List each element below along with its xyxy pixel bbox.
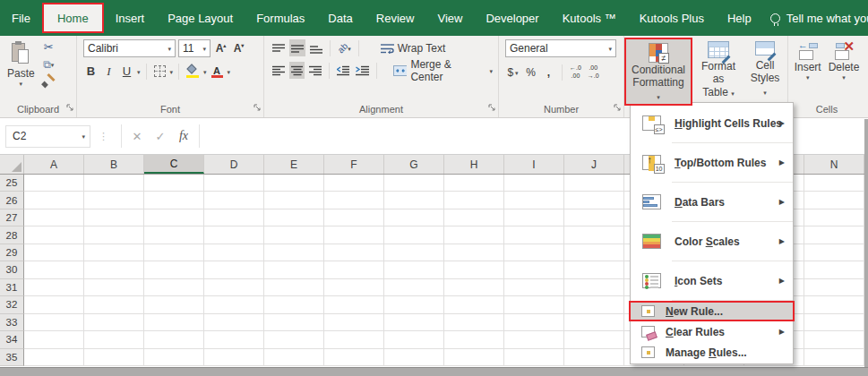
cell-A27[interactable]: [24, 209, 84, 226]
cell-E32[interactable]: [264, 296, 324, 313]
cell-I28[interactable]: [504, 226, 564, 244]
select-all-button[interactable]: [0, 155, 24, 174]
cell-A34[interactable]: [24, 331, 84, 348]
cell-G33[interactable]: [384, 314, 444, 331]
cell-E30[interactable]: [264, 261, 324, 278]
cell-N26[interactable]: [804, 192, 864, 209]
increase-decimal-button[interactable]: ←.0.00: [568, 64, 583, 79]
chevron-down-icon[interactable]: ▾: [203, 69, 207, 75]
comma-format-button[interactable]: ,: [541, 64, 556, 81]
column-header-N[interactable]: N: [804, 155, 864, 174]
cell-N27[interactable]: [804, 209, 864, 226]
row-header-33[interactable]: 33: [0, 314, 24, 331]
tab-help[interactable]: Help: [716, 0, 763, 36]
cell-B26[interactable]: [84, 192, 144, 209]
cell-A25[interactable]: [24, 175, 84, 192]
cell-B32[interactable]: [84, 296, 144, 313]
cell-C35[interactable]: [144, 349, 204, 366]
cell-G35[interactable]: [384, 349, 444, 366]
tab-review[interactable]: Review: [365, 0, 426, 36]
cell-A26[interactable]: [24, 192, 84, 209]
chevron-down-icon[interactable]: ▾: [137, 69, 141, 75]
menu-item-top-bottom-rules[interactable]: ↑10 Top/Bottom Rules ▶: [631, 143, 793, 182]
insert-cells-button[interactable]: ← Insert ▾: [791, 38, 825, 82]
cell-D33[interactable]: [204, 314, 264, 331]
row-header-34[interactable]: 34: [0, 331, 24, 348]
tab-data[interactable]: Data: [316, 0, 364, 36]
cell-B33[interactable]: [84, 314, 144, 331]
cell-B35[interactable]: [84, 349, 144, 366]
cell-C30[interactable]: [144, 261, 204, 278]
cell-D30[interactable]: [204, 261, 264, 278]
tab-formulas[interactable]: Formulas: [245, 0, 316, 36]
cell-G25[interactable]: [384, 175, 444, 192]
chevron-down-icon[interactable]: ▾: [170, 69, 174, 75]
cell-N34[interactable]: [804, 331, 864, 348]
font-name-combobox[interactable]: Calibri ▾: [83, 39, 176, 57]
cell-G26[interactable]: [384, 192, 444, 209]
cell-G27[interactable]: [384, 209, 444, 226]
decrease-font-size-button[interactable]: A▾: [231, 40, 246, 57]
column-header-C[interactable]: C: [144, 155, 204, 174]
column-header-A[interactable]: A: [24, 155, 84, 174]
row-header-30[interactable]: 30: [0, 261, 24, 278]
cell-E25[interactable]: [264, 175, 324, 192]
row-header-35[interactable]: 35: [0, 349, 24, 366]
column-header-I[interactable]: I: [504, 155, 564, 174]
cell-C29[interactable]: [144, 244, 204, 261]
cell-F33[interactable]: [324, 314, 384, 331]
cell-C34[interactable]: [144, 331, 204, 348]
currency-format-button[interactable]: $▾: [505, 64, 520, 81]
tell-me-box[interactable]: Tell me what you w: [763, 0, 868, 36]
chevron-down-icon[interactable]: ▾: [228, 69, 231, 75]
cell-D28[interactable]: [204, 226, 264, 244]
bottom-align-button[interactable]: [308, 39, 324, 56]
tab-developer[interactable]: Developer: [474, 0, 550, 36]
cell-E34[interactable]: [264, 331, 324, 348]
conditional-formatting-button[interactable]: ≠ Conditional Formatting ▾: [624, 38, 692, 106]
copy-button[interactable]: ⧉▾: [40, 56, 57, 73]
cell-I26[interactable]: [504, 192, 564, 209]
tab-insert[interactable]: Insert: [104, 0, 157, 36]
increase-font-size-button[interactable]: A▴: [213, 40, 228, 57]
cell-J29[interactable]: [564, 244, 624, 261]
menu-item-new-rule[interactable]: New Rule...: [629, 301, 795, 321]
orientation-button[interactable]: ab▾: [336, 39, 353, 56]
cell-J32[interactable]: [564, 296, 624, 313]
underline-button[interactable]: U: [119, 63, 134, 80]
format-as-table-button[interactable]: Format as Table ▾: [692, 38, 744, 106]
percent-format-button[interactable]: %: [523, 64, 538, 81]
cell-J27[interactable]: [564, 209, 624, 226]
cell-J33[interactable]: [564, 314, 624, 331]
column-header-H[interactable]: H: [444, 155, 504, 174]
cell-styles-button[interactable]: Cell Styles ▾: [744, 38, 786, 106]
insert-function-button[interactable]: fx: [172, 129, 195, 143]
tab-home[interactable]: Home: [42, 3, 104, 33]
cell-I27[interactable]: [504, 209, 564, 226]
cell-H27[interactable]: [444, 209, 504, 226]
cell-B29[interactable]: [84, 244, 144, 261]
tab-page-layout[interactable]: Page Layout: [156, 0, 245, 36]
middle-align-button[interactable]: [289, 39, 305, 56]
cell-B27[interactable]: [84, 209, 144, 226]
cancel-button[interactable]: ✕: [125, 130, 149, 143]
cell-H32[interactable]: [444, 296, 504, 313]
cell-E29[interactable]: [264, 244, 324, 261]
row-header-26[interactable]: 26: [0, 192, 24, 209]
align-left-button[interactable]: [271, 62, 287, 79]
cell-I31[interactable]: [504, 279, 564, 296]
top-align-button[interactable]: [271, 39, 287, 56]
cell-B31[interactable]: [84, 279, 144, 296]
column-header-F[interactable]: F: [324, 155, 384, 174]
row-header-32[interactable]: 32: [0, 296, 24, 313]
cell-J28[interactable]: [564, 226, 624, 244]
cell-D35[interactable]: [204, 349, 264, 366]
menu-item-data-bars[interactable]: Data Bars ▶: [631, 183, 793, 221]
cell-A33[interactable]: [24, 314, 84, 331]
cell-H30[interactable]: [444, 261, 504, 278]
cell-D32[interactable]: [204, 296, 264, 313]
cell-F31[interactable]: [324, 279, 384, 296]
cell-H25[interactable]: [444, 175, 504, 192]
cell-N25[interactable]: [804, 175, 864, 192]
center-align-button[interactable]: [289, 62, 305, 79]
